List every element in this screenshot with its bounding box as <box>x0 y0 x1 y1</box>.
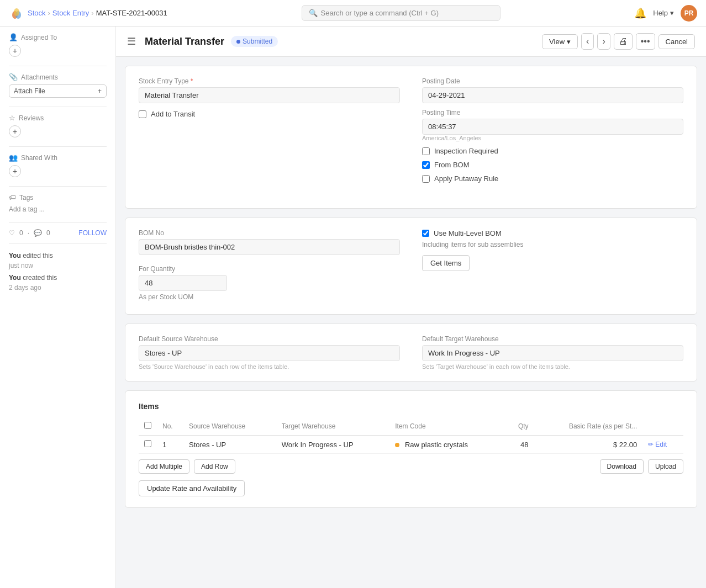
use-multi-level-bom-label: Use Multi-Level BOM <box>434 229 502 237</box>
attach-file-label: Attach File <box>14 87 45 95</box>
timezone-hint: America/Los_Angeles <box>422 135 683 141</box>
more-options-button[interactable]: ••• <box>636 33 655 50</box>
breadcrumb-sep-1: › <box>48 9 50 17</box>
activity-action-2: created this <box>23 274 57 282</box>
row-target-warehouse: Work In Progress - UP <box>276 436 390 454</box>
activity-item-2: You created this 2 days ago <box>9 273 107 293</box>
add-shared-button[interactable]: + <box>9 165 21 177</box>
notification-bell-icon[interactable]: 🔔 <box>634 7 646 19</box>
target-warehouse-input[interactable] <box>422 345 683 361</box>
hamburger-icon[interactable]: ☰ <box>127 35 136 47</box>
add-review-button[interactable]: + <box>9 125 21 137</box>
edit-label: Edit <box>655 441 667 448</box>
from-bom-label: From BOM <box>434 161 470 169</box>
bom-no-input[interactable] <box>139 239 400 255</box>
source-warehouse-label: Default Source Warehouse <box>139 335 400 343</box>
from-bom-checkbox[interactable] <box>422 161 430 169</box>
col-header-qty: Qty <box>505 417 534 436</box>
inspection-required-row[interactable]: Inspection Required <box>422 147 683 155</box>
shared-with-label: Shared With <box>21 154 57 162</box>
download-button[interactable]: Download <box>600 459 644 474</box>
posting-date-label: Posting Date <box>422 77 683 85</box>
target-warehouse-group: Default Target Warehouse Sets 'Target Wa… <box>422 335 683 370</box>
follow-button[interactable]: FOLLOW <box>78 229 107 237</box>
activity-time-2: 2 days ago <box>9 284 41 292</box>
avatar[interactable]: PR <box>681 5 697 22</box>
apply-putaway-row[interactable]: Apply Putaway Rule <box>422 174 683 183</box>
inspection-required-checkbox[interactable] <box>422 147 430 155</box>
col-header-item-code: Item Code <box>389 417 504 436</box>
add-tag-link[interactable]: Add a tag ... <box>9 205 45 213</box>
update-rate-button[interactable]: Update Rate and Availability <box>139 480 245 496</box>
cancel-button[interactable]: Cancel <box>658 34 695 49</box>
required-marker: * <box>191 77 193 85</box>
for-quantity-label: For Quantity <box>139 265 400 273</box>
breadcrumb-stock[interactable]: Stock <box>28 9 46 17</box>
stock-entry-type-group: Stock Entry Type * Add to Transit <box>139 77 400 188</box>
warehouse-section-row: Default Source Warehouse Sets 'Source Wa… <box>139 335 683 370</box>
search-bar[interactable]: 🔍 Search or type a command (Ctrl + G) <box>302 5 500 21</box>
get-items-button[interactable]: Get Items <box>422 255 470 271</box>
app-logo[interactable] <box>9 6 24 21</box>
view-label: View <box>549 38 565 46</box>
add-assigned-button[interactable]: + <box>9 45 21 57</box>
page-title: Material Transfer <box>145 36 224 47</box>
item-code-text: Raw plastic crystals <box>405 441 468 449</box>
divider-3 <box>9 146 107 147</box>
comment-icon: 💬 <box>34 229 42 237</box>
top-nav: Stock › Stock Entry › MAT-STE-2021-00031… <box>0 0 706 27</box>
divider-1 <box>9 66 107 66</box>
view-button[interactable]: View ▾ <box>542 34 578 49</box>
activity-time-1: just now <box>9 262 33 269</box>
inspection-required-label: Inspection Required <box>434 147 498 155</box>
edit-row-link[interactable]: ✏ Edit <box>648 441 678 448</box>
use-multi-level-bom-checkbox[interactable] <box>422 230 429 237</box>
next-button[interactable]: › <box>597 33 610 50</box>
row-source-warehouse: Stores - UP <box>183 436 276 454</box>
breadcrumb-stock-entry[interactable]: Stock Entry <box>52 9 89 17</box>
apply-putaway-label: Apply Putaway Rule <box>434 174 498 183</box>
divider-6 <box>9 243 107 244</box>
add-to-transit-label[interactable]: Add to Transit <box>139 110 400 118</box>
page-title-area: ☰ Material Transfer Submitted <box>127 35 278 47</box>
stock-entry-type-input[interactable] <box>139 87 400 103</box>
heart-icon: ♡ <box>9 229 15 237</box>
add-multiple-button[interactable]: Add Multiple <box>139 459 189 474</box>
posting-date-input[interactable] <box>422 87 683 103</box>
add-to-transit-checkbox[interactable] <box>139 110 146 118</box>
search-area[interactable]: 🔍 Search or type a command (Ctrl + G) <box>302 5 500 21</box>
use-multi-level-bom-row[interactable]: Use Multi-Level BOM <box>422 229 683 237</box>
attach-file-button[interactable]: Attach File + <box>9 84 107 98</box>
prev-button[interactable]: ‹ <box>581 33 594 50</box>
nav-right: 🔔 Help ▾ PR <box>634 5 697 22</box>
assigned-to-section: 👤 Assigned To + <box>9 33 107 57</box>
person-icon: 👤 <box>9 33 18 41</box>
posting-time-label: Posting Time <box>422 109 683 116</box>
svg-point-3 <box>14 8 19 16</box>
page-layout: 👤 Assigned To + 📎 Attachments Attach Fil… <box>0 27 706 588</box>
items-section: Items No. Source Warehouse Target Wareho… <box>125 390 697 508</box>
select-all-checkbox[interactable] <box>144 422 151 429</box>
attach-plus-icon: + <box>98 87 102 95</box>
posting-time-input[interactable] <box>422 119 683 135</box>
divider-5 <box>9 222 107 223</box>
help-button[interactable]: Help ▾ <box>653 9 674 17</box>
upload-button[interactable]: Upload <box>648 459 683 474</box>
row-checkbox[interactable] <box>144 440 151 447</box>
page-actions: View ▾ ‹ › 🖨 ••• Cancel <box>542 33 695 50</box>
source-warehouse-input[interactable] <box>139 345 400 361</box>
row-item-code: Raw plastic crystals <box>389 436 504 454</box>
apply-putaway-checkbox[interactable] <box>422 175 430 183</box>
for-quantity-input[interactable] <box>139 275 227 291</box>
tags-label: Tags <box>19 194 33 202</box>
dot-sep: · <box>28 229 29 237</box>
add-row-button[interactable]: Add Row <box>194 459 235 474</box>
from-bom-row[interactable]: From BOM <box>422 161 683 169</box>
add-to-transit-row: Add to Transit <box>139 110 400 118</box>
col-header-check <box>139 417 157 436</box>
reviews-title: ☆ Reviews <box>9 114 107 122</box>
reviews-section: ☆ Reviews + <box>9 114 107 137</box>
row-check <box>139 436 157 454</box>
table-actions: Add Multiple Add Row Download Upload <box>139 459 683 474</box>
print-button[interactable]: 🖨 <box>614 33 633 50</box>
